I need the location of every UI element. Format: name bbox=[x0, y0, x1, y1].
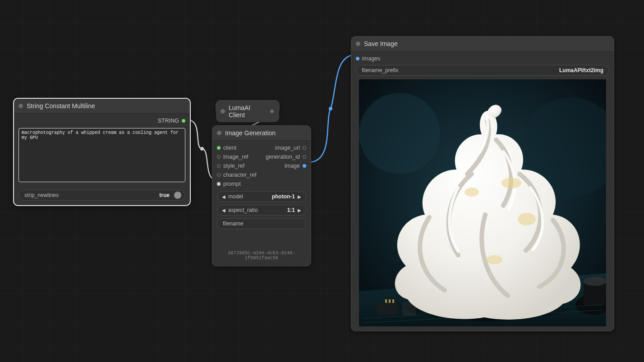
collapse-dot-icon[interactable] bbox=[356, 41, 360, 46]
filename-prefix-value: LumaAPI/txt2img bbox=[557, 67, 605, 73]
node-title: String Constant Multiline bbox=[27, 102, 95, 110]
node-save-image[interactable]: Save Image images filename_prefix LumaAP… bbox=[351, 36, 614, 331]
node-image-generation[interactable]: Image Generation client image_url image_… bbox=[212, 125, 311, 266]
input-label-character-ref: character_ref bbox=[223, 172, 257, 178]
image-preview[interactable] bbox=[359, 79, 606, 326]
output-socket-image[interactable] bbox=[303, 164, 306, 168]
filename-prefix-label: filename_prefix bbox=[360, 67, 400, 73]
input-socket-images[interactable] bbox=[356, 57, 359, 60]
model-selector[interactable]: ◀ model photon-1 ▶ bbox=[217, 191, 306, 202]
input-label-image-ref: image_ref bbox=[223, 154, 248, 160]
generated-image bbox=[359, 79, 606, 326]
chevron-right-icon[interactable]: ▶ bbox=[297, 194, 302, 199]
input-socket-prompt[interactable] bbox=[217, 182, 221, 186]
output-socket-generation-id[interactable] bbox=[303, 155, 306, 159]
output-socket-client[interactable] bbox=[270, 110, 274, 113]
input-socket-character-ref[interactable] bbox=[217, 173, 221, 177]
node-header[interactable]: LumaAI Client bbox=[216, 101, 279, 122]
output-label-image: image bbox=[285, 163, 300, 169]
chevron-left-icon[interactable]: ◀ bbox=[221, 194, 226, 199]
node-lumaai-client[interactable]: LumaAI Client bbox=[216, 100, 280, 115]
toggle-knob-icon[interactable] bbox=[174, 192, 181, 199]
model-value: photon-1 bbox=[270, 193, 297, 200]
input-socket-client[interactable] bbox=[217, 146, 221, 150]
chevron-right-icon[interactable]: ▶ bbox=[297, 208, 302, 213]
input-label-images: images bbox=[362, 55, 380, 62]
input-socket-image-ref[interactable] bbox=[217, 155, 221, 159]
filename-label: filename bbox=[221, 220, 245, 227]
collapse-dot-icon[interactable] bbox=[217, 131, 221, 135]
svg-point-1 bbox=[329, 107, 332, 110]
node-canvas[interactable]: String Constant Multiline STRING strip_n… bbox=[0, 0, 644, 362]
input-label-prompt: prompt bbox=[223, 181, 241, 187]
chevron-left-icon[interactable]: ◀ bbox=[221, 208, 226, 213]
node-header[interactable]: Image Generation bbox=[212, 126, 311, 141]
filename-prefix-field[interactable]: filename_prefix LumaAPI/txt2img bbox=[356, 65, 609, 76]
input-label-style-ref: style_ref bbox=[223, 163, 244, 169]
output-socket-string[interactable] bbox=[182, 119, 185, 123]
node-string-constant-multiline[interactable]: String Constant Multiline STRING strip_n… bbox=[14, 98, 190, 206]
node-title: Save Image bbox=[364, 40, 398, 47]
strip-newlines-toggle[interactable]: strip_newlines true bbox=[18, 190, 185, 201]
node-header[interactable]: Save Image bbox=[351, 37, 614, 51]
prompt-textarea[interactable] bbox=[18, 128, 185, 182]
input-label-client: client bbox=[223, 145, 236, 151]
generation-id-display: 38728d3c-a24e-4cb3-8149-1f8951faec50 bbox=[217, 251, 306, 261]
node-title: Image Generation bbox=[225, 129, 276, 137]
aspect-ratio-value: 1:1 bbox=[285, 207, 297, 213]
strip-newlines-label: strip_newlines bbox=[23, 192, 60, 198]
output-label-image-url: image_url bbox=[275, 145, 300, 151]
model-label: model bbox=[226, 193, 245, 200]
output-socket-image-url[interactable] bbox=[303, 146, 306, 150]
node-header[interactable]: String Constant Multiline bbox=[14, 99, 190, 114]
input-socket-style-ref[interactable] bbox=[217, 164, 221, 168]
collapse-dot-icon[interactable] bbox=[18, 104, 23, 108]
aspect-ratio-label: aspect_ratio bbox=[226, 207, 259, 213]
output-label-generation-id: generation_id bbox=[266, 154, 300, 160]
svg-point-0 bbox=[200, 147, 204, 151]
collapse-dot-icon[interactable] bbox=[221, 109, 225, 114]
aspect-ratio-selector[interactable]: ◀ aspect_ratio 1:1 ▶ bbox=[217, 205, 306, 215]
filename-field[interactable]: filename bbox=[217, 218, 306, 229]
node-title: LumaAI Client bbox=[229, 104, 267, 119]
output-label-string: STRING bbox=[158, 118, 179, 124]
strip-newlines-value: true bbox=[157, 192, 171, 198]
